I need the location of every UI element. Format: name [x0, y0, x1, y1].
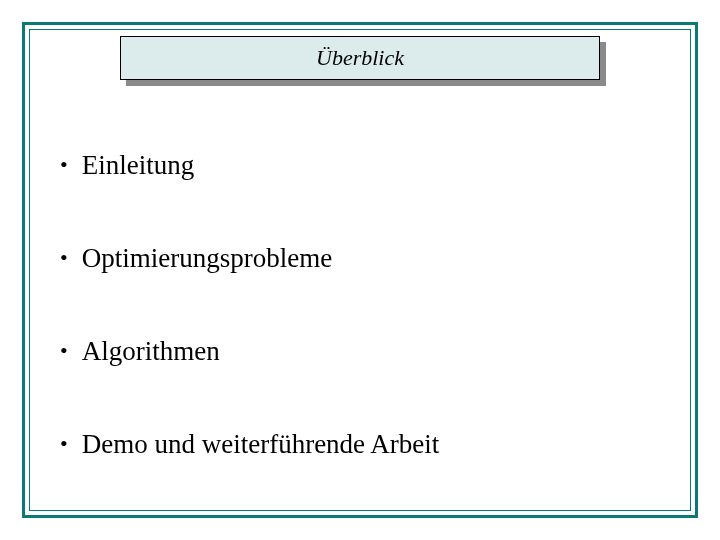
bullet-text: Einleitung — [82, 150, 194, 181]
bullet-icon: • — [60, 340, 68, 362]
bullet-text: Algorithmen — [82, 336, 220, 367]
bullet-text: Demo und weiterführende Arbeit — [82, 429, 440, 460]
bullet-icon: • — [60, 154, 68, 176]
bullet-icon: • — [60, 247, 68, 269]
title-box: Überblick — [120, 36, 600, 80]
content-area: • Einleitung • Optimierungsprobleme • Al… — [60, 150, 660, 500]
list-item: • Demo und weiterführende Arbeit — [60, 429, 660, 460]
list-item: • Einleitung — [60, 150, 660, 181]
bullet-text: Optimierungsprobleme — [82, 243, 332, 274]
slide-title: Überblick — [316, 45, 404, 71]
bullet-icon: • — [60, 433, 68, 455]
title-container: Überblick — [120, 36, 600, 80]
list-item: • Optimierungsprobleme — [60, 243, 660, 274]
list-item: • Algorithmen — [60, 336, 660, 367]
